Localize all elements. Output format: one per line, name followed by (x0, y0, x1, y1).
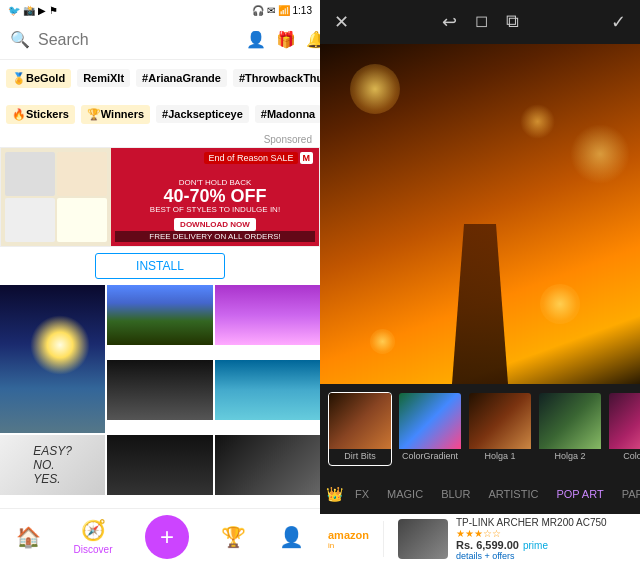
ad-product-4 (57, 198, 107, 242)
eraser-icon[interactable]: ◻ (475, 11, 488, 33)
status-bar: 🐦 📸 ▶ ⚑ 🎧 ✉ 📶 1:13 (0, 0, 320, 20)
ad-product-3 (5, 198, 55, 242)
ad-delivery: FREE DELIVERY ON ALL ORDERS! (115, 231, 315, 242)
flag-icon: ⚑ (49, 5, 58, 16)
filter-color-gradient[interactable]: ColorGradient (398, 392, 462, 466)
amazon-logo: amazon (328, 529, 369, 541)
filter-dirt-bits[interactable]: Dirt Bits (328, 392, 392, 466)
social-icon-3: ▶ (38, 5, 46, 16)
install-button[interactable]: INSTALL (95, 253, 225, 279)
gift-icon[interactable]: 🎁 (276, 30, 296, 49)
image-grid: EASY?NO.YES. (0, 285, 320, 508)
ad-products-grid (1, 148, 111, 246)
sponsored-label: Sponsored (0, 132, 320, 147)
tag-stickers[interactable]: 🔥Stickers (6, 105, 75, 124)
amazon-ad-banner[interactable]: amazon in TP-LINK ARCHER MR200 AC750 ★★★… (320, 514, 640, 564)
nav-create-button[interactable]: + (145, 515, 189, 559)
home-icon: 🏠 (16, 525, 41, 549)
grid-cell-underwater[interactable] (215, 360, 320, 420)
compass-icon: 🧭 (81, 518, 106, 542)
headphone-icon: 🎧 (252, 5, 264, 16)
filter-strip: Dirt Bits ColorGradient Holga 1 Holga 2 … (320, 384, 640, 474)
ad-discount: 40-70% OFF (163, 187, 266, 205)
notification-icon[interactable]: 🔔 (306, 30, 320, 49)
copy-icon[interactable]: ⧉ (506, 11, 519, 33)
nav-home[interactable]: 🏠 (16, 525, 41, 549)
ad-cta: DOWNLOAD NOW (174, 218, 256, 231)
close-icon[interactable]: ✕ (334, 11, 349, 33)
nav-discover[interactable]: 🧭 Discover (74, 518, 113, 555)
bokeh-4 (370, 329, 395, 354)
search-actions: 👤 🎁 🔔 (246, 30, 320, 49)
filter-holga-1[interactable]: Holga 1 (468, 392, 532, 466)
grid-cell-sky[interactable] (0, 285, 105, 433)
bokeh-1 (350, 64, 400, 114)
bottom-nav: 🏠 🧭 Discover + 🏆 👤 (0, 508, 320, 564)
add-person-icon[interactable]: 👤 (246, 30, 266, 49)
tab-fx[interactable]: FX (347, 482, 377, 506)
nav-trophy[interactable]: 🏆 (221, 525, 246, 549)
tab-magic[interactable]: MAGIC (379, 482, 431, 506)
grid-cell-face[interactable] (107, 435, 212, 495)
tag-throwback[interactable]: #ThrowbackThursday (233, 69, 320, 87)
tag-remixIt[interactable]: RemiXIt (77, 69, 130, 87)
router-image (398, 519, 448, 559)
tag-begold[interactable]: 🏅BeGold (6, 69, 71, 88)
amazon-product-info: TP-LINK ARCHER MR200 AC750 ★★★☆☆ Rs. 6,5… (456, 517, 632, 561)
divider (383, 521, 384, 557)
crown-icon: 👑 (326, 486, 343, 502)
check-icon[interactable]: ✓ (611, 11, 626, 33)
left-panel: 🐦 📸 ▶ ⚑ 🎧 ✉ 📶 1:13 🔍 👤 🎁 🔔 🏅BeGold RemiX… (0, 0, 320, 564)
filter-color-gradient-label: ColorGradient (402, 449, 458, 461)
tab-blur[interactable]: BLUR (433, 482, 478, 506)
tab-paper[interactable]: PAPER (614, 482, 640, 506)
filter-colors-1-label: Colors 1 (623, 449, 640, 461)
amazon-logo-container: amazon in (328, 529, 369, 550)
tag-jacksepticeye[interactable]: #Jacksepticeye (156, 105, 249, 123)
battery-icon: 1:13 (293, 5, 312, 16)
editor-image (320, 44, 640, 384)
social-icon-1: 🐦 (8, 5, 20, 16)
bokeh-2 (520, 104, 555, 139)
social-icon-2: 📸 (23, 5, 35, 16)
install-button-container: INSTALL (0, 247, 320, 285)
message-icon: ✉ (267, 5, 275, 16)
details-link[interactable]: details + offers (456, 551, 632, 561)
tag-winners[interactable]: 🏆Winners (81, 105, 150, 124)
search-input[interactable] (38, 31, 238, 49)
amazon-in: in (328, 541, 334, 550)
tag-ariana[interactable]: #ArianaGrande (136, 69, 227, 87)
fx-tabs: 👑 FX MAGIC BLUR ARTISTIC POP ART PAPER (320, 474, 640, 514)
filter-dirt-bits-label: Dirt Bits (344, 449, 376, 461)
filter-holga-2-label: Holga 2 (554, 449, 585, 461)
ad-banner[interactable]: End of Reason SALE M DON'T HOLD BACK 40-… (0, 147, 320, 247)
grid-cell-woman[interactable] (215, 435, 320, 495)
nav-profile[interactable]: 👤 (279, 525, 304, 549)
price-row: Rs. 6,599.00 prime (456, 539, 632, 551)
grid-cell-float[interactable] (107, 285, 212, 345)
filter-colors-1[interactable]: Colors 1 (608, 392, 640, 466)
grid-cell-purple[interactable] (215, 285, 320, 345)
undo-icon[interactable]: ↩ (442, 11, 457, 33)
ad-subtitle: BEST OF STYLES TO INDULGE IN! (150, 205, 280, 214)
search-bar: 🔍 👤 🎁 🔔 (0, 20, 320, 60)
moon-glow (30, 315, 90, 375)
tab-popart[interactable]: POP ART (548, 482, 611, 506)
product-price: Rs. 6,599.00 (456, 539, 519, 551)
tag-madonna[interactable]: #Madonna (255, 105, 320, 123)
subject-silhouette (440, 224, 520, 384)
wifi-icon: 📶 (278, 5, 290, 16)
grid-cell-bw[interactable] (107, 360, 212, 420)
grid-cell-text[interactable]: EASY?NO.YES. (0, 435, 105, 495)
person-icon: 👤 (279, 525, 304, 549)
status-left-icons: 🐦 📸 ▶ ⚑ (8, 5, 58, 16)
tags-row-2: 🔥Stickers 🏆Winners #Jacksepticeye #Madon… (0, 96, 320, 132)
filter-holga-1-label: Holga 1 (484, 449, 515, 461)
filter-holga-2[interactable]: Holga 2 (538, 392, 602, 466)
prime-label: prime (523, 540, 548, 551)
bokeh-5 (540, 284, 580, 324)
tab-artistic[interactable]: ARTISTIC (480, 482, 546, 506)
ad-product-1 (5, 152, 55, 196)
product-name: TP-LINK ARCHER MR200 AC750 (456, 517, 632, 528)
trophy-icon: 🏆 (221, 525, 246, 549)
